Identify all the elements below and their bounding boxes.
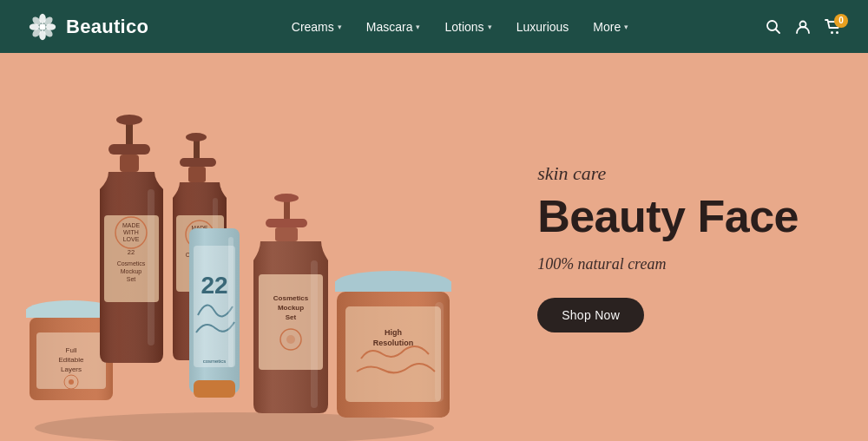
products-illustration: Full Editable Layers MADE WITH LOVE: [0, 68, 460, 441]
svg-text:MADE: MADE: [122, 222, 141, 228]
svg-text:Full: Full: [66, 346, 77, 354]
svg-point-68: [286, 335, 295, 344]
svg-point-40: [186, 133, 207, 142]
svg-rect-61: [266, 219, 307, 227]
hero-section: Full Editable Layers MADE WITH LOVE: [0, 53, 868, 441]
svg-rect-74: [345, 306, 441, 402]
account-button[interactable]: [795, 19, 811, 35]
svg-rect-27: [108, 144, 150, 155]
svg-text:Mockup: Mockup: [278, 304, 304, 312]
svg-text:Mockup: Mockup: [121, 268, 142, 275]
brand-name: Beautico: [66, 16, 148, 38]
svg-text:cosmetics: cosmetics: [203, 359, 227, 364]
nav-mascara[interactable]: Mascara ▾: [356, 13, 431, 41]
svg-text:Editable: Editable: [59, 356, 84, 364]
svg-text:Cosmetics: Cosmetics: [117, 260, 146, 267]
svg-point-26: [116, 115, 142, 125]
search-icon: [766, 19, 781, 35]
svg-point-13: [836, 31, 838, 34]
svg-text:Resolution: Resolution: [373, 339, 414, 347]
logo-link[interactable]: Beautico: [26, 10, 165, 43]
svg-point-12: [831, 31, 833, 34]
svg-text:Set: Set: [286, 313, 297, 321]
nav-luxurious[interactable]: Luxurious: [506, 13, 580, 41]
svg-text:WITH: WITH: [123, 229, 139, 235]
nav-links: Creams ▾ Mascara ▾ Lotions ▾ Luxurious M…: [165, 13, 755, 41]
svg-rect-41: [180, 158, 216, 167]
chevron-down-icon: ▾: [338, 23, 342, 31]
cart-count: 0: [834, 14, 848, 28]
nav-creams[interactable]: Creams ▾: [281, 13, 352, 41]
hero-title: Beauty Face: [537, 191, 799, 240]
svg-point-60: [274, 194, 299, 202]
svg-rect-42: [188, 167, 206, 182]
chevron-down-icon: ▾: [488, 23, 492, 31]
hero-description: 100% natural cream: [537, 255, 799, 273]
svg-rect-71: [335, 281, 451, 292]
svg-rect-54: [194, 380, 235, 398]
chevron-down-icon: ▾: [416, 23, 420, 31]
svg-rect-77: [435, 302, 444, 402]
user-icon: [795, 19, 811, 35]
shop-now-button[interactable]: Shop Now: [537, 298, 644, 332]
svg-line-10: [776, 29, 780, 33]
svg-text:22: 22: [201, 272, 227, 299]
nav-lotions[interactable]: Lotions ▾: [434, 13, 502, 41]
navbar: Beautico Creams ▾ Mascara ▾ Lotions ▾ Lu…: [0, 0, 868, 53]
svg-point-24: [69, 379, 74, 385]
svg-text:Layers: Layers: [61, 365, 82, 373]
svg-rect-28: [120, 155, 139, 172]
search-button[interactable]: [766, 19, 781, 35]
chevron-down-icon: ▾: [624, 23, 628, 31]
svg-text:22: 22: [128, 248, 135, 256]
svg-rect-62: [275, 227, 298, 241]
nav-more[interactable]: More ▾: [582, 13, 639, 41]
svg-text:Cosmetics: Cosmetics: [273, 294, 309, 302]
svg-rect-69: [311, 260, 318, 408]
hero-text-block: skin care Beauty Face 100% natural cream…: [537, 161, 799, 332]
svg-rect-58: [228, 237, 233, 367]
svg-text:High: High: [385, 328, 402, 337]
logo-icon: [26, 10, 59, 43]
svg-point-0: [39, 23, 46, 30]
nav-actions: 0: [755, 19, 842, 35]
cart-button[interactable]: 0: [825, 19, 842, 35]
svg-text:Set: Set: [127, 276, 136, 282]
svg-rect-38: [148, 189, 155, 346]
hero-subtitle: skin care: [537, 161, 799, 184]
svg-text:LOVE: LOVE: [123, 236, 140, 242]
